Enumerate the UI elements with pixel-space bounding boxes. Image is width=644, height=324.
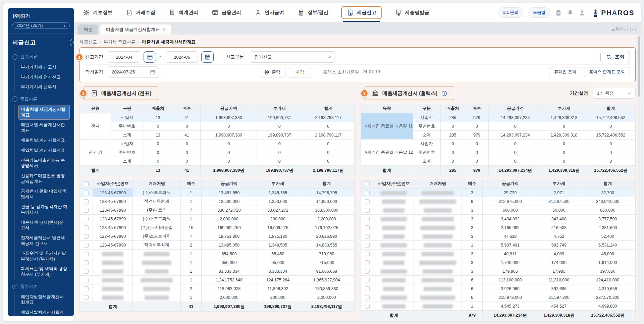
- checkbox-cell[interactable]: [80, 241, 93, 250]
- nav-item-tax-filing[interactable]: 세금신고: [341, 6, 382, 19]
- tab-close-icon[interactable]: ×: [163, 27, 166, 32]
- row-checkbox[interactable]: [365, 295, 370, 300]
- sidebar-item[interactable]: 매출처별 계산서합계표: [18, 136, 70, 145]
- checkbox-cell[interactable]: [361, 258, 374, 267]
- sidebar-item[interactable]: 과표수정 및 추가자진납부계산서 (부가세): [18, 249, 70, 264]
- checkbox-cell[interactable]: [361, 284, 374, 293]
- checkbox-cell[interactable]: [80, 276, 93, 284]
- print-button[interactable]: 출력: [259, 67, 285, 77]
- row-checkbox[interactable]: [365, 217, 370, 221]
- tab-home[interactable]: 메인: [78, 24, 98, 35]
- row-checkbox[interactable]: [84, 243, 89, 248]
- row-checkbox[interactable]: [84, 252, 89, 256]
- sidebar-item[interactable]: 건물 등 감가상각자산 취득명세서: [18, 202, 70, 217]
- period-from-input[interactable]: 2024-04: [108, 51, 140, 63]
- row-checkbox[interactable]: [84, 278, 89, 282]
- sidebar-item[interactable]: 공제받지 못할 매입세액 명세서: [18, 186, 70, 202]
- nav-item-finance[interactable]: 금융관리: [211, 6, 242, 19]
- sidebar-item[interactable]: 대손세액 공제(변제)신고서: [18, 218, 70, 233]
- nav-item-transaction-collection[interactable]: 거래수집: [125, 6, 156, 19]
- row-checkbox[interactable]: [84, 269, 89, 274]
- calendar-button-from[interactable]: [144, 51, 156, 63]
- period-to-input[interactable]: 2024-06: [166, 51, 198, 63]
- nav-item-payroll[interactable]: 인사급여: [254, 6, 285, 19]
- row-checkbox[interactable]: [84, 286, 89, 291]
- row-checkbox[interactable]: [84, 260, 89, 265]
- checkbox-cell[interactable]: [361, 188, 374, 197]
- help-button[interactable]: 도움말: [528, 7, 550, 18]
- checkbox-cell[interactable]: [80, 258, 93, 267]
- checkbox-cell[interactable]: [80, 284, 93, 293]
- breadcrumb-item[interactable]: 부가세 주요서류: [104, 39, 136, 45]
- checkbox-cell[interactable]: [361, 197, 374, 206]
- sidebar-item[interactable]: 부가가치세 납부서: [18, 82, 70, 92]
- row-checkbox[interactable]: [84, 199, 89, 204]
- sidebar-item[interactable]: 매입자발행계산서합계표: [18, 308, 70, 316]
- select-all-checkbox-cell[interactable]: [80, 179, 93, 188]
- checkbox-cell[interactable]: [361, 267, 374, 276]
- sidebar-collapse-button[interactable]: ‹: [70, 39, 74, 46]
- row-checkbox[interactable]: [84, 181, 89, 186]
- sidebar-item[interactable]: 신용카드매출전표등 수령명세서: [18, 156, 70, 171]
- period-setting-select[interactable]: 1기 확정: [593, 88, 636, 99]
- row-checkbox[interactable]: [84, 225, 89, 230]
- checkbox-cell[interactable]: [80, 267, 93, 276]
- scrollbar-thumb[interactable]: [638, 36, 640, 97]
- sidebar-item[interactable]: 매입처별 계산서합계표: [18, 146, 70, 155]
- row-checkbox[interactable]: [365, 269, 370, 274]
- checkbox-cell[interactable]: [361, 302, 374, 311]
- inquiry-button[interactable]: 1:1 문의: [498, 7, 523, 18]
- row-checkbox[interactable]: [365, 304, 370, 309]
- sidebar-item[interactable]: 매출처별 세금계산서합계표: [18, 105, 70, 120]
- row-checkbox[interactable]: [84, 208, 89, 213]
- clipboard-icon[interactable]: [555, 9, 562, 16]
- sidebar-item[interactable]: 부가가치세 전자신고: [18, 72, 70, 82]
- nav-item-ledger[interactable]: 장부/결산: [297, 6, 329, 19]
- checkbox-cell[interactable]: [361, 232, 374, 241]
- checkbox-cell[interactable]: [361, 293, 374, 302]
- calendar-button-to[interactable]: [201, 51, 214, 63]
- checkbox-cell[interactable]: [80, 250, 93, 258]
- checkbox-cell[interactable]: [361, 250, 374, 258]
- closing-button[interactable]: 마감: [289, 67, 311, 77]
- row-checkbox[interactable]: [365, 243, 370, 248]
- row-checkbox[interactable]: [365, 252, 370, 256]
- nav-item-accounting[interactable]: 회계관리: [168, 6, 199, 19]
- checkbox-cell[interactable]: [80, 215, 93, 223]
- checkbox-cell[interactable]: [80, 206, 93, 215]
- fiscal-year-selector[interactable]: 2024년 (25기) ›: [12, 22, 70, 29]
- row-checkbox[interactable]: [365, 286, 370, 291]
- row-checkbox[interactable]: [365, 260, 370, 265]
- sidebar-item[interactable]: 과세표준 및 세액의 경정 청구서 (부가세): [18, 264, 70, 279]
- nav-item-basic-info[interactable]: 기초정보: [82, 6, 113, 19]
- row-checkbox[interactable]: [365, 181, 370, 186]
- row-checkbox[interactable]: [84, 234, 89, 239]
- report-type-select[interactable]: 정기신고: [250, 51, 335, 63]
- row-checkbox[interactable]: [365, 208, 370, 213]
- row-checkbox[interactable]: [84, 217, 89, 221]
- hometax-summary-fetch-button[interactable]: 홈택스 합계표 조회: [584, 67, 630, 77]
- nav-item-certificates[interactable]: 제증명발급: [394, 6, 430, 19]
- checkbox-cell[interactable]: [80, 293, 93, 302]
- checkbox-cell[interactable]: [361, 215, 374, 223]
- checkbox-cell[interactable]: [80, 232, 93, 241]
- checkbox-cell[interactable]: [361, 223, 374, 232]
- row-checkbox[interactable]: [365, 199, 370, 204]
- row-checkbox[interactable]: [365, 191, 370, 195]
- row-checkbox[interactable]: [365, 234, 370, 239]
- checkbox-cell[interactable]: [80, 223, 93, 232]
- info-icon[interactable]: [441, 91, 447, 96]
- row-checkbox[interactable]: [84, 191, 89, 195]
- checkbox-cell[interactable]: [80, 188, 93, 197]
- user-profile-icon[interactable]: [579, 9, 585, 16]
- close-all-tabs-button[interactable]: 모두닫기 ▾: [610, 26, 637, 35]
- search-button[interactable]: 조회: [600, 51, 630, 63]
- checkbox-cell[interactable]: [361, 206, 374, 215]
- sidebar-item[interactable]: 매입자발행세금계산서합계표: [18, 292, 70, 307]
- sidebar-item[interactable]: 신용카드매출전표 발행금액집계표: [18, 171, 70, 186]
- sidebar-item[interactable]: 부가가치세 신고서: [18, 62, 70, 72]
- sidebar-item[interactable]: 매입처별 세금계산서합계표: [18, 120, 70, 135]
- write-date-input[interactable]: 2024-07-25: [108, 66, 159, 78]
- select-all-checkbox-cell[interactable]: [361, 179, 374, 188]
- closed-business-check-button[interactable]: 휴폐업 조회: [549, 67, 581, 77]
